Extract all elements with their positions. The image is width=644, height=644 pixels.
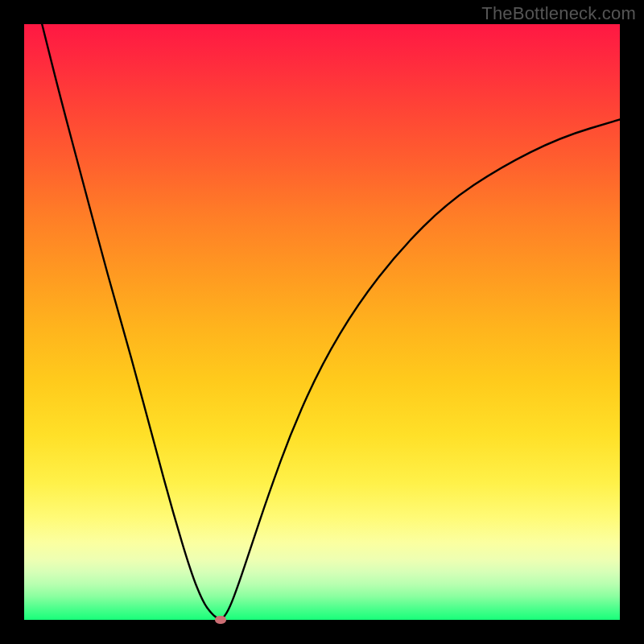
- bottleneck-curve-path: [42, 24, 620, 620]
- chart-frame: TheBottleneck.com: [0, 0, 644, 644]
- plot-area: [24, 24, 620, 620]
- watermark-text: TheBottleneck.com: [481, 3, 636, 24]
- optimum-marker: [215, 616, 226, 624]
- curve-svg: [24, 24, 620, 620]
